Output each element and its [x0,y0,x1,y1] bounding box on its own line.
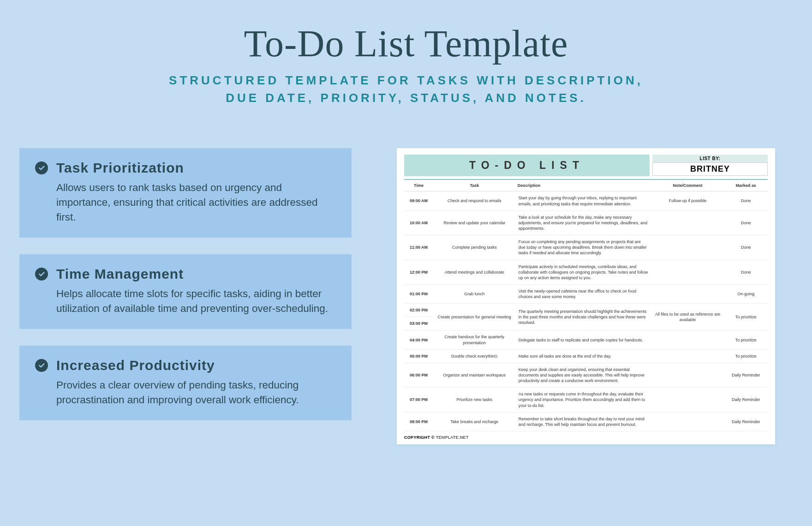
cell-time: 06:00 PM [404,363,433,387]
table-header-cell: Time [404,179,433,191]
cell-note [651,363,724,387]
cell-task: Review and update your calendar [433,210,516,235]
cell-desc: Take a look at your schedule for the day… [516,210,651,235]
feature-head: Increased Productivity [35,358,336,373]
page-title: To-Do List Template [0,22,812,66]
cell-mark: Done [724,235,768,260]
cell-note [651,260,724,284]
table-row: 01:00 PMGrab lunchVisit the newly-opened… [404,284,768,303]
table-row: 06:00 PMOrganize and maintain workspaceK… [404,363,768,387]
cell-mark: Done [724,210,768,235]
cell-task: Take breaks and recharge [433,412,516,431]
subtitle-line-1: STRUCTURED TEMPLATE FOR TASKS WITH DESCR… [169,73,643,87]
cell-note [651,412,724,431]
cell-task: Grab lunch [433,284,516,303]
cell-task: Check and respond to emails [433,191,516,210]
cell-mark: Done [724,191,768,210]
doc-header: TO-DO LIST LIST BY: BRITNEY [404,155,768,176]
table-row: 10:00 AMReview and update your calendarT… [404,210,768,235]
cell-desc: As new tasks or requests come in through… [516,388,651,412]
table-header-cell: Task [433,179,516,191]
doc-footer: COPYRIGHT © TEMPLATE.NET [404,435,768,440]
cell-mark: To prioritize [724,304,768,330]
cell-time: 04:00 PM [404,330,433,349]
cell-desc: Make sure all tasks are done at the end … [516,349,651,363]
cell-note: Follow-up if possible [651,191,724,210]
cell-note: All files to be used as reference are av… [651,304,724,330]
table-row: 12:00 PMAttend meetings and collaborateP… [404,260,768,284]
table-header-cell: Description [516,179,651,191]
cell-note [651,330,724,349]
table-row: 07:00 PMPrioritize new tasksAs new tasks… [404,388,768,412]
cell-task: Create presentation for general meeting [433,304,516,330]
cell-desc: Participate actively in scheduled meetin… [516,260,651,284]
cell-desc: Keep your desk clean and organized, ensu… [516,363,651,387]
list-by-value: BRITNEY [652,162,768,176]
cell-mark: On-going [724,284,768,303]
check-circle-icon [35,161,48,174]
cell-desc: Remember to take short breaks throughout… [516,412,651,431]
cell-desc: Start your day by going through your inb… [516,191,651,210]
table-row: 02:00 PMCreate presentation for general … [404,304,768,317]
check-circle-icon [35,359,48,372]
cell-time: 05:00 PM [404,349,433,363]
cell-note [651,235,724,260]
cell-note [651,284,724,303]
feature-title: Task Prioritization [56,160,184,176]
cell-desc: The quarterly meeting presentation shoul… [516,304,651,330]
document-column: TO-DO LIST LIST BY: BRITNEY TimeTaskDesc… [369,148,794,444]
doc-title: TO-DO LIST [404,155,650,176]
cell-task: Organize and maintain workspace [433,363,516,387]
feature-card: Task PrioritizationAllows users to rank … [19,148,352,238]
cell-time: 03:00 PM [404,317,433,330]
cell-time: 10:00 AM [404,210,433,235]
feature-title: Time Management [56,266,184,282]
cell-note [651,210,724,235]
cell-task: Double check everythinG [433,349,516,363]
feature-body: Allows users to rank tasks based on urge… [35,180,336,225]
feature-head: Task Prioritization [35,160,336,176]
feature-body: Provides a clear overview of pending tas… [35,378,336,407]
feature-head: Time Management [35,266,336,282]
cell-time: 12:00 PM [404,260,433,284]
cell-task: Prioritize new tasks [433,388,516,412]
table-header-cell: Note/Comment [651,179,724,191]
feature-title: Increased Productivity [56,358,215,373]
cell-mark: To prioritize [724,330,768,349]
cell-time: 02:00 PM [404,304,433,317]
cell-time: 11:00 AM [404,235,433,260]
cell-mark: Done [724,260,768,284]
list-by-box: LIST BY: BRITNEY [652,155,768,176]
page-subtitle: STRUCTURED TEMPLATE FOR TASKS WITH DESCR… [0,72,812,107]
todo-document: TO-DO LIST LIST BY: BRITNEY TimeTaskDesc… [397,148,775,444]
cell-note [651,349,724,363]
table-row: 08:00 PMTake breaks and rechargeRemember… [404,412,768,431]
cell-time: 08:00 PM [404,412,433,431]
table-row: 09:00 AMCheck and respond to emailsStart… [404,191,768,210]
cell-time: 01:00 PM [404,284,433,303]
table-row: 05:00 PMDouble check everythinGMake sure… [404,349,768,363]
cell-task: Complete pending tasks [433,235,516,260]
cell-mark: Daily Reminder [724,363,768,387]
content-row: Task PrioritizationAllows users to rank … [0,148,812,444]
table-header-cell: Marked as [724,179,768,191]
cell-mark: Daily Reminder [724,388,768,412]
footer-copyright: COPYRIGHT © [404,435,436,440]
feature-body: Helps allocate time slots for specific t… [35,287,336,316]
cell-desc: Delegate tasks to staff to replicate and… [516,330,651,349]
check-circle-icon [35,268,48,281]
feature-card: Increased ProductivityProvides a clear o… [19,346,352,420]
cell-task: Attend meetings and collaborate [433,260,516,284]
table-body: 09:00 AMCheck and respond to emailsStart… [404,191,768,431]
cell-mark: To prioritize [724,349,768,363]
table-row: 11:00 AMComplete pending tasksFocus on c… [404,235,768,260]
features-column: Task PrioritizationAllows users to rank … [0,148,369,444]
cell-time: 09:00 AM [404,191,433,210]
footer-brand: TEMPLATE.NET [436,435,469,440]
table-header-row: TimeTaskDescriptionNote/CommentMarked as [404,179,768,191]
feature-card: Time Management Helps allocate time slot… [19,254,352,329]
cell-time: 07:00 PM [404,388,433,412]
table-row: 04:00 PMCreate handous for the quarterly… [404,330,768,349]
cell-task: Create handous for the quarterly present… [433,330,516,349]
cell-desc: Visit the newly-opened cafeteria near th… [516,284,651,303]
